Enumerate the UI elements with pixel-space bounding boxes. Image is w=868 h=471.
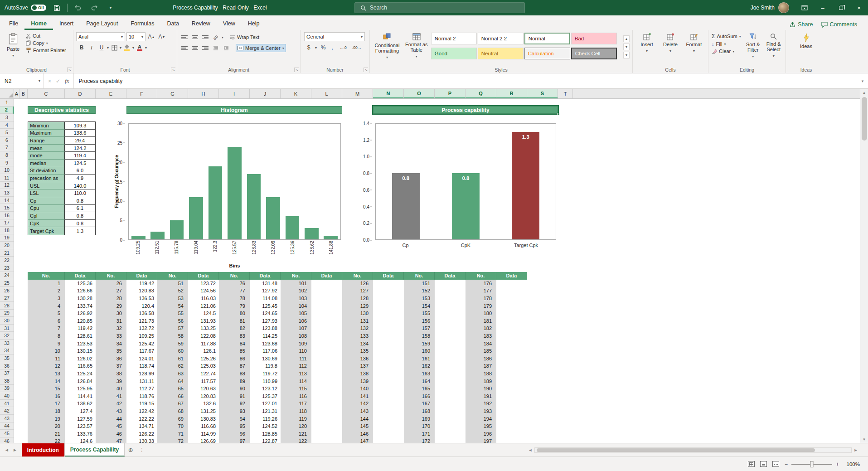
no-cell[interactable]: 87 (219, 362, 250, 370)
no-cell[interactable]: 135 (342, 347, 373, 355)
no-cell[interactable]: 85 (219, 347, 250, 355)
ribbon-tab-formulas[interactable]: Formulas (124, 18, 160, 30)
stat-value[interactable]: 124.2 (65, 145, 95, 152)
data-cell[interactable] (373, 310, 404, 317)
middle-align-button[interactable] (190, 33, 199, 42)
zoom-level[interactable]: 100% (844, 461, 860, 467)
data-cell[interactable]: 125.95 (65, 385, 96, 393)
data-cell[interactable]: 117.67 (126, 347, 157, 355)
no-cell[interactable]: 51 (157, 280, 188, 287)
data-cell[interactable]: 119.26 (250, 415, 281, 422)
data-cell[interactable]: 128.61 (65, 332, 96, 340)
horizontal-scrollbar[interactable]: ◄ ► (527, 447, 868, 453)
fill-handle[interactable] (557, 113, 560, 116)
sheet-tab-process-capability[interactable]: Process Capability (65, 443, 125, 456)
data-cell[interactable] (435, 340, 466, 347)
row-header-28[interactable]: 28 (0, 302, 14, 310)
no-cell[interactable]: 77 (219, 287, 250, 295)
no-cell[interactable]: 129 (342, 302, 373, 310)
no-cell[interactable]: 53 (157, 295, 188, 302)
redo-button[interactable] (88, 2, 100, 14)
data-cell[interactable] (435, 393, 466, 400)
row-header-22[interactable]: 22 (0, 257, 14, 264)
bar-cpk[interactable]: 0.8 (452, 173, 480, 239)
styles-more-button[interactable]: ▾ (623, 52, 630, 58)
data-cell[interactable]: 116.03 (188, 295, 219, 302)
no-cell[interactable]: 60 (157, 347, 188, 355)
no-cell[interactable]: 78 (219, 295, 250, 302)
no-cell[interactable]: 146 (342, 430, 373, 437)
data-cell[interactable] (496, 430, 527, 437)
column-header-Q[interactable]: Q (466, 89, 496, 98)
align-center-button[interactable] (190, 44, 199, 53)
row-header-23[interactable]: 23 (0, 264, 14, 272)
no-cell[interactable]: 86 (219, 355, 250, 363)
no-cell[interactable]: 15 (28, 385, 65, 393)
comma-style-button[interactable]: , (330, 43, 335, 52)
no-cell[interactable]: 144 (342, 415, 373, 422)
no-cell[interactable]: 122 (281, 437, 311, 443)
no-cell[interactable]: 138 (342, 370, 373, 378)
no-cell[interactable]: 39 (96, 377, 126, 385)
sheet-nav-right-arrow[interactable]: ► (13, 447, 17, 452)
no-cell[interactable]: 130 (342, 310, 373, 317)
no-cell[interactable]: 1 (28, 280, 65, 287)
data-cell[interactable] (435, 385, 466, 393)
data-cell[interactable]: 136.58 (126, 310, 157, 317)
cancel-icon[interactable]: × (48, 78, 51, 84)
data-cell[interactable] (496, 317, 527, 325)
scroll-up-arrow[interactable]: ▲ (860, 89, 868, 96)
data-cell[interactable] (373, 280, 404, 287)
no-cell[interactable]: 21 (28, 430, 65, 437)
no-cell[interactable]: 42 (96, 400, 126, 408)
no-cell[interactable]: 188 (466, 370, 496, 378)
data-cell[interactable]: 122.42 (126, 408, 157, 415)
data-cell[interactable]: 117.06 (250, 347, 281, 355)
no-cell[interactable]: 168 (404, 408, 435, 415)
no-cell[interactable]: 181 (466, 317, 496, 325)
data-cell[interactable] (496, 437, 527, 443)
stat-label[interactable]: median (28, 160, 65, 167)
ribbon-tab-file[interactable]: File (3, 18, 24, 30)
save-button[interactable] (51, 2, 63, 14)
ribbon-tab-review[interactable]: Review (185, 18, 217, 30)
zoom-in-button[interactable]: + (836, 461, 839, 467)
no-cell[interactable]: 96 (219, 430, 250, 437)
data-cell[interactable] (496, 325, 527, 332)
decrease-font-size-button[interactable]: A▼ (157, 32, 166, 41)
no-cell[interactable]: 40 (96, 385, 126, 393)
insert-function-icon[interactable]: fx (65, 78, 69, 85)
data-cell[interactable]: 126.84 (65, 377, 96, 385)
data-cell[interactable]: 136.53 (126, 295, 157, 302)
data-cell[interactable] (311, 295, 342, 302)
stat-label[interactable]: CpK (28, 220, 65, 228)
cell-style-normal-2[interactable]: Normal 2 (431, 33, 477, 44)
data-column-header[interactable]: Data (373, 272, 404, 280)
row-header-7[interactable]: 7 (0, 144, 14, 152)
row-header-18[interactable]: 18 (0, 227, 14, 234)
search-input[interactable]: Search (354, 2, 525, 13)
page-layout-view-icon[interactable] (760, 461, 767, 467)
avatar[interactable] (778, 2, 789, 13)
no-cell[interactable]: 59 (157, 340, 188, 347)
zoom-slider[interactable] (791, 464, 832, 465)
row-header-21[interactable]: 21 (0, 249, 14, 257)
row-header-40[interactable]: 40 (0, 392, 14, 400)
data-cell[interactable]: 114.99 (188, 430, 219, 437)
no-cell[interactable]: 47 (96, 437, 126, 443)
data-cell[interactable]: 120.83 (126, 287, 157, 295)
data-cell[interactable] (435, 437, 466, 443)
data-cell[interactable]: 110.99 (250, 377, 281, 385)
stat-label[interactable]: Target Cpk (28, 227, 65, 235)
format-cells-button[interactable]: Format▾ (682, 31, 706, 56)
no-cell[interactable]: 159 (404, 340, 435, 347)
data-cell[interactable]: 127.59 (65, 415, 96, 422)
data-cell[interactable]: 130.33 (126, 437, 157, 443)
no-column-header[interactable]: No. (404, 272, 435, 280)
data-cell[interactable]: 125.45 (250, 302, 281, 310)
no-cell[interactable]: 16 (28, 393, 65, 400)
no-cell[interactable]: 69 (157, 415, 188, 422)
data-cell[interactable] (311, 340, 342, 347)
data-cell[interactable] (435, 280, 466, 287)
comments-button[interactable]: Comments (821, 21, 857, 28)
